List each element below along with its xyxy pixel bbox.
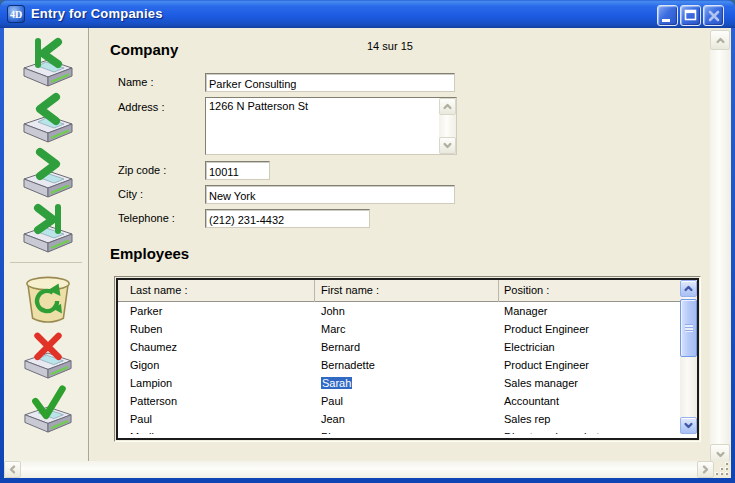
- cell-position[interactable]: Sales manager: [504, 374, 674, 392]
- maximize-button[interactable]: [680, 5, 701, 26]
- address-label: Address :: [118, 101, 164, 113]
- name-label: Name :: [118, 76, 153, 88]
- cell-position[interactable]: Accountant: [504, 392, 674, 410]
- delete-record-button[interactable]: [17, 274, 79, 324]
- accept-check-icon: [17, 384, 79, 434]
- cell-first-name[interactable]: Pierre: [321, 428, 491, 434]
- first-record-icon: [17, 36, 79, 88]
- cell-position[interactable]: Product Engineer: [504, 320, 674, 338]
- last-record-icon: [17, 202, 79, 254]
- next-record-icon: [17, 147, 79, 199]
- window-vertical-scrollbar[interactable]: [710, 30, 730, 464]
- address-scrollbar[interactable]: [439, 98, 456, 154]
- telephone-label: Telephone :: [118, 212, 175, 224]
- cell-first-name[interactable]: Marc: [321, 320, 491, 338]
- window-title: Entry for Companies: [31, 6, 163, 21]
- address-input[interactable]: 1266 N Patterson St: [206, 98, 439, 154]
- maximize-icon: [681, 6, 702, 27]
- cell-last-name[interactable]: Ruben: [130, 320, 310, 338]
- window-scroll-left-button[interactable]: [4, 461, 21, 478]
- table-scroll-down-button[interactable]: [680, 417, 697, 434]
- previous-record-button[interactable]: [17, 92, 79, 144]
- cell-last-name[interactable]: Merlin: [130, 428, 310, 434]
- column-header-first-name[interactable]: First name :: [321, 284, 379, 296]
- cell-position[interactable]: Sales rep: [504, 410, 674, 428]
- table-row[interactable]: Patterson Paul Accountant: [118, 392, 680, 410]
- cell-last-name[interactable]: Chaumez: [130, 338, 310, 356]
- cell-last-name[interactable]: Patterson: [130, 392, 310, 410]
- chevron-up-icon: [683, 283, 694, 294]
- address-scroll-down-button[interactable]: [439, 137, 456, 154]
- next-record-button[interactable]: [17, 147, 79, 199]
- record-counter: 14 sur 15: [367, 40, 413, 52]
- toolbar-divider: [10, 262, 82, 263]
- grip-dot: [725, 467, 728, 470]
- telephone-input[interactable]: [205, 209, 370, 228]
- cell-position[interactable]: Product Engineer: [504, 356, 674, 374]
- window-scroll-right-button[interactable]: [697, 461, 714, 478]
- table-scrollbar-thumb[interactable]: [680, 299, 697, 357]
- cell-last-name[interactable]: Gigon: [130, 356, 310, 374]
- first-record-button[interactable]: [17, 36, 79, 88]
- chevron-left-icon: [7, 464, 18, 475]
- table-row-selected[interactable]: Lampion Sarah Sales manager: [118, 374, 680, 392]
- chevron-down-icon: [683, 420, 694, 431]
- cell-first-name[interactable]: Bernadette: [321, 356, 491, 374]
- table-row[interactable]: Paul Jean Sales rep: [118, 410, 680, 428]
- grip-dot: [715, 472, 718, 475]
- table-row[interactable]: Ruben Marc Product Engineer: [118, 320, 680, 338]
- chevron-down-icon: [442, 140, 453, 151]
- cancel-x-icon: [17, 330, 79, 380]
- name-input[interactable]: [205, 73, 455, 92]
- cell-first-name[interactable]: Paul: [321, 392, 491, 410]
- title-bar[interactable]: 4D Entry for Companies: [0, 0, 735, 28]
- table-scroll-up-button[interactable]: [680, 280, 697, 297]
- company-heading: Company: [110, 41, 178, 58]
- table-scrollbar[interactable]: [680, 280, 697, 434]
- chevron-up-icon: [715, 35, 726, 46]
- last-record-button[interactable]: [17, 202, 79, 254]
- chevron-up-icon: [442, 101, 453, 112]
- navigation-toolbar: [4, 28, 89, 461]
- cell-first-name[interactable]: Bernard: [321, 338, 491, 356]
- cell-first-name[interactable]: Jean: [321, 410, 491, 428]
- grip-dot: [720, 467, 723, 470]
- cell-position[interactable]: Electrician: [504, 338, 674, 356]
- cell-position[interactable]: Manager: [504, 302, 674, 320]
- chevron-right-icon: [700, 464, 711, 475]
- cell-last-name[interactable]: Lampion: [130, 374, 310, 392]
- application-window: 4D Entry for Companies: [0, 0, 735, 483]
- minimize-button[interactable]: [657, 5, 678, 26]
- cell-position[interactable]: Directeur des achats: [504, 428, 674, 434]
- zip-input[interactable]: [205, 161, 270, 180]
- table-row[interactable]: Chaumez Bernard Electrician: [118, 338, 680, 356]
- column-header-last-name[interactable]: Last name :: [130, 284, 187, 296]
- table-row-clipped[interactable]: Merlin Pierre Directeur des achats: [118, 428, 680, 434]
- city-label: City :: [118, 188, 143, 200]
- zip-label: Zip code :: [118, 164, 166, 176]
- cell-first-name[interactable]: Sarah: [321, 374, 491, 392]
- cell-last-name[interactable]: Paul: [130, 410, 310, 428]
- employees-table-inner: Last name : First name : Position : Park…: [116, 278, 699, 440]
- resize-grip[interactable]: [714, 461, 731, 478]
- address-scroll-up-button[interactable]: [439, 98, 456, 115]
- table-row[interactable]: Gigon Bernadette Product Engineer: [118, 356, 680, 374]
- window-scroll-up-button[interactable]: [710, 30, 730, 50]
- cell-last-name[interactable]: Parker: [130, 302, 310, 320]
- column-header-position[interactable]: Position :: [504, 284, 549, 296]
- selected-cell[interactable]: Sarah: [321, 377, 352, 389]
- close-button[interactable]: [703, 5, 724, 26]
- thumb-grip: [685, 324, 693, 332]
- cell-first-name[interactable]: John: [321, 302, 491, 320]
- table-rows: Parker John Manager Ruben Marc Product E…: [118, 302, 680, 434]
- address-field: 1266 N Patterson St: [205, 97, 457, 155]
- minimize-icon: [658, 6, 679, 27]
- window-horizontal-scrollbar[interactable]: [4, 461, 714, 478]
- employees-heading: Employees: [110, 245, 189, 262]
- cancel-record-button[interactable]: [17, 330, 79, 380]
- city-input[interactable]: [205, 185, 455, 204]
- grip-dot: [720, 472, 723, 475]
- grip-dot: [725, 472, 728, 475]
- table-row[interactable]: Parker John Manager: [118, 302, 680, 320]
- accept-record-button[interactable]: [17, 384, 79, 434]
